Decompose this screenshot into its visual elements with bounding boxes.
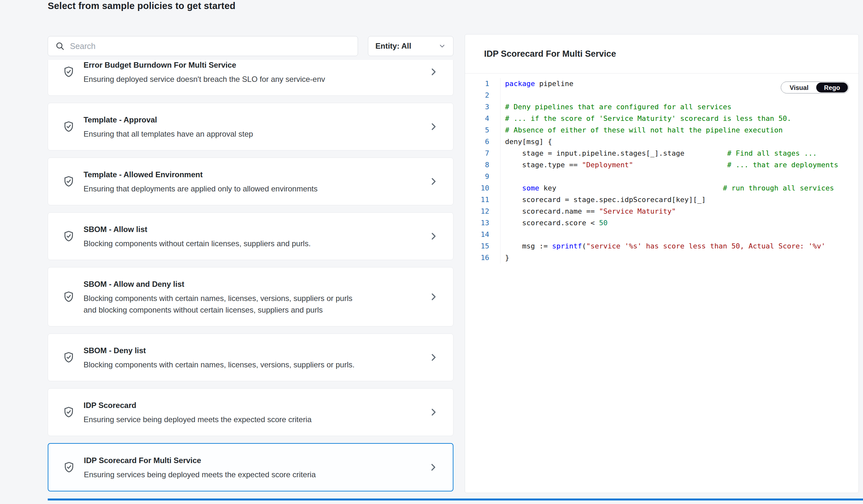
code-line: 12 scorecard.name == "Service Maturity" xyxy=(465,206,859,217)
code-editor[interactable]: 1package pipeline23# Deny pipelines that… xyxy=(465,74,859,263)
chevron-right-icon xyxy=(428,463,438,472)
panel-title: IDP Scorecard For Multi Service xyxy=(484,49,616,59)
line-number: 12 xyxy=(465,206,501,217)
policy-description: Blocking components with certain names, … xyxy=(84,293,367,316)
code-line-text: deny[msg] { xyxy=(501,136,552,147)
chevron-right-icon xyxy=(429,67,438,77)
code-line: 4# ... if the score of 'Service Maturity… xyxy=(465,113,859,125)
policy-card[interactable]: Template - ApprovalEnsuring that all tem… xyxy=(48,103,453,151)
policy-text: SBOM - Deny listBlocking components with… xyxy=(84,344,392,371)
policy-text: Template - ApprovalEnsuring that all tem… xyxy=(84,114,392,140)
policy-text: Template - Allowed EnvironmentEnsuring t… xyxy=(84,168,392,195)
shield-check-icon xyxy=(62,119,75,134)
code-line: 8 stage.type == "Deployment" # ... that … xyxy=(465,159,859,171)
search-icon xyxy=(55,41,65,51)
code-line-text xyxy=(501,90,505,101)
shield-check-icon xyxy=(62,175,75,189)
policy-description: Blocking components without certain lice… xyxy=(84,238,367,249)
line-number: 10 xyxy=(465,182,501,194)
line-number: 9 xyxy=(465,171,501,182)
chevron-right-icon xyxy=(429,177,438,186)
code-line: 7 stage = input.pipeline.stages[_].stage… xyxy=(465,147,859,159)
entity-filter-dropdown[interactable]: Entity: All xyxy=(368,36,453,56)
shield-check-icon xyxy=(62,405,75,419)
policy-title: SBOM - Allow and Deny list xyxy=(84,278,392,291)
line-number: 1 xyxy=(465,78,501,90)
line-number: 4 xyxy=(465,113,501,125)
line-number: 14 xyxy=(465,229,501,241)
code-line: 11 scorecard = stage.spec.idpScorecard[k… xyxy=(465,194,859,206)
code-line: 6deny[msg] { xyxy=(465,136,859,147)
view-toggle: Visual Rego xyxy=(781,81,849,93)
policy-card[interactable]: SBOM - Allow listBlocking components wit… xyxy=(48,212,453,260)
line-number: 11 xyxy=(465,194,501,206)
policy-title: Template - Allowed Environment xyxy=(84,168,392,181)
policy-card[interactable]: Error Budget Burndown For Multi ServiceE… xyxy=(48,60,453,96)
code-line-text xyxy=(501,229,505,241)
code-line-text: package pipeline xyxy=(501,78,573,90)
entity-filter-label: Entity: All xyxy=(375,41,411,51)
line-number: 13 xyxy=(465,217,501,229)
policy-card[interactable]: SBOM - Deny listBlocking components with… xyxy=(48,334,453,381)
code-line-text xyxy=(501,171,505,182)
search-box xyxy=(48,36,358,56)
toggle-option-visual[interactable]: Visual xyxy=(782,82,816,92)
line-number: 3 xyxy=(465,101,501,113)
line-number: 8 xyxy=(465,159,501,171)
code-line: 14 xyxy=(465,229,859,241)
policy-description: Ensuring services being deployed meets t… xyxy=(84,469,368,480)
line-number: 15 xyxy=(465,241,501,252)
code-line-text: # Deny pipelines that are configured for… xyxy=(501,101,731,113)
policy-text: IDP ScorecardEnsuring service being depl… xyxy=(84,399,392,425)
code-line-text: # ... if the score of 'Service Maturity'… xyxy=(501,113,791,125)
policy-description: Ensuring that deployments are applied on… xyxy=(84,183,367,195)
code-line-text: scorecard.score < 50 xyxy=(501,217,608,229)
line-number: 6 xyxy=(465,136,501,147)
code-line-text: scorecard.name == "Service Maturity" xyxy=(501,206,676,217)
policy-card[interactable]: IDP Scorecard For Multi ServiceEnsuring … xyxy=(48,443,453,491)
policy-title: SBOM - Allow list xyxy=(84,223,392,236)
policy-title: IDP Scorecard xyxy=(84,399,392,412)
chevron-right-icon xyxy=(429,122,438,131)
chevron-right-icon xyxy=(429,231,438,241)
code-line-text: } xyxy=(501,252,509,263)
toggle-option-rego[interactable]: Rego xyxy=(816,82,848,92)
chevron-right-icon xyxy=(429,407,438,417)
policy-card[interactable]: SBOM - Allow and Deny listBlocking compo… xyxy=(48,267,453,326)
line-number: 16 xyxy=(465,252,501,263)
search-input[interactable] xyxy=(70,41,351,51)
policy-text: SBOM - Allow listBlocking components wit… xyxy=(84,223,392,249)
policy-card[interactable]: IDP ScorecardEnsuring service being depl… xyxy=(48,388,453,436)
policy-title: SBOM - Deny list xyxy=(84,344,392,357)
policy-list: Error Budget Burndown For Multi ServiceE… xyxy=(48,60,453,492)
policy-description: Ensuring deployed service doesn't breach… xyxy=(84,74,367,85)
shield-check-icon xyxy=(62,229,75,243)
policy-title: IDP Scorecard For Multi Service xyxy=(84,454,391,467)
shield-check-icon xyxy=(63,460,75,474)
policy-text: Error Budget Burndown For Multi ServiceE… xyxy=(84,60,392,85)
code-line-text: msg := sprintf("service '%s' has score l… xyxy=(501,241,825,252)
code-line-text: stage.type == "Deployment" # ... that ar… xyxy=(501,159,838,171)
code-line: 15 msg := sprintf("service '%s' has scor… xyxy=(465,241,859,252)
chevron-right-icon xyxy=(429,352,438,362)
panel-header: IDP Scorecard For Multi Service xyxy=(465,35,859,74)
code-line: 10 some key # run through all services xyxy=(465,182,859,194)
page-title: Select from sample policies to get start… xyxy=(48,1,235,11)
shield-check-icon xyxy=(62,65,75,79)
policy-title: Error Budget Burndown For Multi Service xyxy=(84,60,392,72)
policy-detail-panel: IDP Scorecard For Multi Service Visual R… xyxy=(465,34,859,493)
code-line-text: some key # run through all services xyxy=(501,182,834,194)
code-line-text: # Absence of either of these will not ha… xyxy=(501,125,783,136)
line-number: 5 xyxy=(465,125,501,136)
policy-title: Template - Approval xyxy=(84,114,392,126)
policy-description: Ensuring service being deployed meets th… xyxy=(84,414,367,425)
code-line: 5# Absence of either of these will not h… xyxy=(465,125,859,136)
policy-text: SBOM - Allow and Deny listBlocking compo… xyxy=(84,278,392,316)
policy-description: Blocking components with certain names, … xyxy=(84,359,367,371)
code-line: 13 scorecard.score < 50 xyxy=(465,217,859,229)
policy-card[interactable]: Template - Allowed EnvironmentEnsuring t… xyxy=(48,158,453,205)
line-number: 2 xyxy=(465,90,501,101)
policy-description: Ensuring that all templates have an appr… xyxy=(84,128,367,140)
chevron-right-icon xyxy=(429,292,438,302)
code-line: 3# Deny pipelines that are configured fo… xyxy=(465,101,859,113)
